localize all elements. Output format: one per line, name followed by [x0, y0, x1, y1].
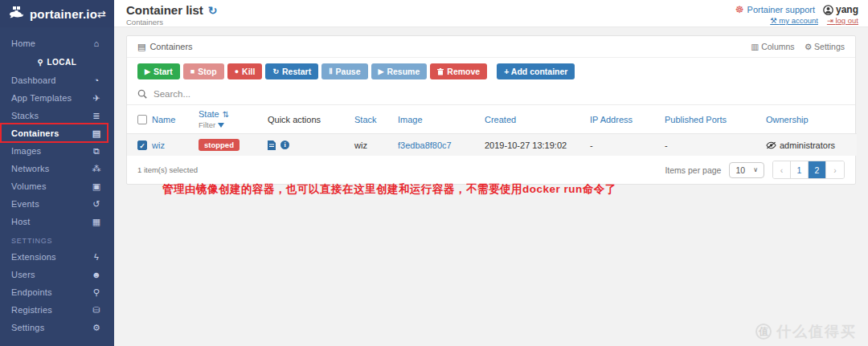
rocket-icon: ✈ — [90, 93, 103, 104]
containers-widget: ▤ Containers ▥ Columns ⚙ Settings — [126, 35, 856, 185]
image-link[interactable]: f3edba8f80c7 — [398, 140, 452, 150]
sidebar-item-endpoints[interactable]: Endpoints ⚲ — [0, 284, 114, 300]
created-cell: 2019-10-27 13:19:02 — [478, 134, 583, 157]
ip-cell: - — [583, 134, 658, 157]
start-button[interactable]: ▶ Start — [137, 63, 180, 79]
ports-cell: - — [658, 134, 760, 157]
select-all-checkbox[interactable] — [137, 115, 147, 124]
sidebar-item-images[interactable]: Images ⧉ — [0, 143, 114, 159]
inspect-icon[interactable]: i — [280, 140, 289, 149]
sidebar-item-containers[interactable]: Containers ▤ — [0, 125, 114, 141]
th-icon: ▦ — [90, 217, 103, 227]
portainer-support-link[interactable]: ☸ Portainer support — [735, 5, 815, 15]
search-input[interactable] — [154, 89, 475, 99]
sidebar-item-registries[interactable]: Registries ⛁ — [0, 302, 114, 318]
plug-icon: ⚲ — [38, 58, 44, 67]
add-container-button[interactable]: + Add container — [497, 63, 575, 79]
chevron-down-icon: ∨ — [753, 166, 758, 173]
sitemap-icon: ⁂ — [90, 164, 103, 174]
stack-cell: wiz — [348, 134, 391, 157]
pause-button[interactable]: Ⅱ Pause — [321, 63, 367, 79]
prev-page-button[interactable]: ‹ — [773, 161, 791, 178]
restart-button[interactable]: ↻ Restart — [265, 63, 318, 79]
play-icon: ▶ — [379, 67, 384, 75]
sidebar-item-dashboard[interactable]: Dashboard ◔ — [0, 72, 114, 88]
search-bar — [127, 84, 855, 105]
page-size-select[interactable]: 10 ∨ — [729, 162, 764, 178]
play-icon: ▶ — [145, 67, 150, 75]
wrench-icon: ⚒ — [770, 16, 779, 25]
my-account-link[interactable]: ⚒ my account — [770, 16, 818, 25]
current-user: yang — [823, 5, 858, 15]
table-row: ✓ wiz stopped i — [127, 134, 857, 157]
home-icon: ⌂ — [90, 39, 103, 48]
logs-icon[interactable] — [268, 140, 276, 150]
column-header-quick-actions: Quick actions — [261, 105, 348, 134]
sidebar-item-host[interactable]: Host ▦ — [0, 214, 114, 230]
trash-icon — [437, 68, 444, 75]
breadcrumb: Containers — [126, 18, 218, 26]
container-name-link[interactable]: wiz — [152, 140, 165, 150]
remove-button[interactable]: Remove — [430, 63, 487, 79]
sidebar-item-networks[interactable]: Networks ⁂ — [0, 161, 114, 177]
logout-link[interactable]: ⇥ log out — [827, 16, 858, 25]
pagination: ‹ 1 2 › — [772, 161, 845, 179]
sidebar-item-app-templates[interactable]: App Templates ✈ — [0, 90, 114, 106]
items-per-page-label: Items per page — [665, 165, 721, 175]
column-header-ports[interactable]: Published Ports — [665, 115, 727, 124]
smzdm-watermark: 值 什么值得买 — [755, 322, 857, 341]
page-1-button[interactable]: 1 — [791, 161, 809, 178]
column-header-ip[interactable]: IP Address — [590, 115, 633, 124]
content-area: ▤ Containers ▥ Columns ⚙ Settings — [114, 27, 868, 346]
sidebar-item-events[interactable]: Events ↺ — [0, 196, 114, 212]
stop-button[interactable]: ■ Stop — [183, 63, 224, 79]
smzdm-logo-icon: 值 — [755, 324, 772, 340]
search-icon — [137, 89, 147, 99]
chinese-annotation: 管理由镜像创建的容器，也可以直接在这里创建和运行容器，不需要使用docker r… — [162, 182, 616, 197]
page-header: Container list ↻ Containers ☸ Portainer … — [114, 0, 868, 27]
column-header-ownership[interactable]: Ownership — [766, 115, 809, 124]
pause-icon: Ⅱ — [329, 67, 332, 75]
sidebar-item-users[interactable]: Users ☻ — [0, 267, 114, 283]
column-header-image[interactable]: Image — [398, 115, 423, 124]
page-title: Container list — [126, 3, 203, 17]
refresh-icon[interactable]: ↻ — [208, 4, 218, 17]
columns-icon: ▥ — [751, 42, 759, 51]
widget-title: ▤ Containers — [137, 42, 193, 52]
sidebar-collapse-icon[interactable]: ⇄ — [97, 8, 106, 20]
server-icon: ▤ — [90, 128, 103, 139]
th-list-icon: ▤ — [137, 42, 145, 52]
column-header-created[interactable]: Created — [485, 115, 516, 124]
state-badge: stopped — [199, 139, 240, 151]
bomb-icon: ● — [235, 67, 239, 75]
sidebar: portainer.io ⇄ Home ⌂ ⚲ LOCAL Dashboard … — [0, 0, 114, 346]
sidebar-endpoint-local: ⚲ LOCAL — [0, 54, 114, 70]
portainer-app: portainer.io ⇄ Home ⌂ ⚲ LOCAL Dashboard … — [0, 0, 868, 346]
refresh-icon: ↻ — [272, 67, 279, 75]
table-settings-button[interactable]: ⚙ Settings — [805, 42, 845, 51]
copy-icon: ⧉ — [90, 146, 103, 157]
columns-button[interactable]: ▥ Columns — [751, 42, 794, 51]
users-icon: ☻ — [90, 270, 103, 279]
sidebar-item-volumes[interactable]: Volumes ▣ — [0, 178, 114, 194]
sort-icon[interactable]: ⇅ — [223, 110, 229, 119]
row-checkbox[interactable]: ✓ — [137, 140, 147, 150]
sidebar-settings-header: SETTINGS — [0, 230, 114, 248]
next-page-button[interactable]: › — [826, 161, 844, 178]
state-filter[interactable]: Filter — [199, 120, 255, 129]
column-header-state[interactable]: State — [199, 109, 219, 119]
user-circle-icon — [823, 5, 833, 15]
kill-button[interactable]: ● Kill — [227, 63, 263, 79]
sidebar-item-home[interactable]: Home ⌂ — [0, 35, 114, 51]
column-header-stack[interactable]: Stack — [354, 115, 377, 124]
resume-button[interactable]: ▶ Resume — [371, 63, 428, 79]
sidebar-item-stacks[interactable]: Stacks ≣ — [0, 108, 114, 124]
bolt-icon: ϟ — [90, 252, 103, 262]
sidebar-item-settings[interactable]: Settings ⚙ — [0, 320, 114, 336]
column-header-name[interactable]: Name — [152, 115, 175, 124]
cogs-icon: ⚙ — [90, 323, 103, 333]
sidebar-logo[interactable]: portainer.io ⇄ — [0, 0, 114, 27]
page-2-button[interactable]: 2 — [809, 161, 826, 178]
sidebar-item-extensions[interactable]: Extensions ϟ — [0, 249, 114, 265]
portainer-whale-icon — [8, 6, 26, 22]
